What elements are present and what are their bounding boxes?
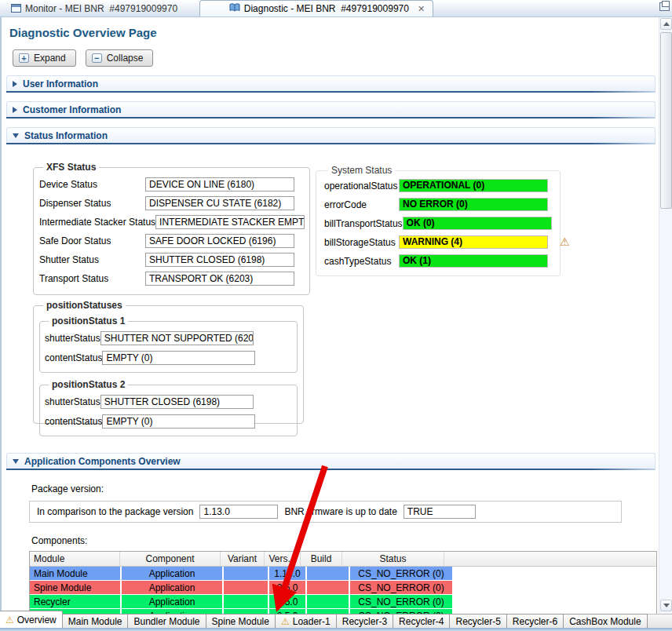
field-label: operationalStatus [324,181,399,191]
tab-recycler-4[interactable]: Recycler-4 [393,614,450,628]
tab-main-module[interactable]: Main Module [62,614,129,628]
section-status-information[interactable]: Status Information [6,127,656,143]
column-header-status[interactable]: Status [342,552,444,566]
position-statuses-legend: positionStatuses [43,300,126,311]
tab-recycler-5[interactable]: Recycler-5 [449,614,506,628]
scrollbar-thumb[interactable] [660,32,672,209]
column-header-build[interactable]: Build [301,552,342,566]
chevron-down-icon [13,459,19,464]
arrow-down-icon [663,604,670,607]
collapse-button[interactable]: − Collapse [86,49,154,67]
tab-label: Loader-1 [293,616,331,627]
system-status-group: System Status operationalStatusOPERATION… [316,165,561,276]
cell-build [307,595,349,608]
cell-version: 2.5.0 [269,595,305,608]
cell-version: 2.5.0 [269,581,305,594]
tab-label: Spine Module [212,616,269,627]
device-status-field[interactable] [145,177,294,191]
tab-diagnostic-label: Diagnostic - MEI BNR #497919009970 [244,3,409,14]
section-divider [6,91,656,93]
shutter-status-field[interactable] [145,253,294,267]
tab-spine-module[interactable]: Spine Module [206,614,276,628]
firmware-uptodate-field[interactable] [404,505,476,519]
intermediate-stacker-status-field[interactable] [155,215,305,229]
cash-type-status-value: OK (1) [399,254,548,268]
table-row[interactable]: Spine Module Application 2.5.0 CS_NO_ERR… [30,581,656,594]
expand-plus-icon: + [19,53,29,63]
field-label: Intermediate Stacker Status [39,217,155,228]
module-tab-bar: ⚠ Overview Main Module Bundler Module Sp… [0,614,672,631]
safe-door-status-field[interactable] [145,234,294,248]
section-application-components[interactable]: Application Components Overview [6,453,656,469]
column-header-component[interactable]: Component [120,552,221,566]
components-table: Module Component Variant Vers... Build S… [29,551,657,614]
diagnostic-book-icon [208,0,240,26]
content-status-field[interactable] [102,351,255,365]
section-components-label: Application Components Overview [24,456,181,467]
cell-filler [454,595,655,608]
expand-button-label: Expand [34,53,66,64]
tab-recycler-3[interactable]: Recycler-3 [336,614,393,628]
tab-loader-1[interactable]: ⚠ Loader-1 [275,614,337,628]
scroll-down-button[interactable] [660,600,672,611]
restore-window-icon[interactable] [659,2,670,11]
toolbar: + Expand − Collapse [13,49,659,67]
transport-status-field[interactable] [145,272,294,286]
status-strip [0,628,672,631]
error-code-value: NO ERROR (0) [399,198,548,211]
expand-button[interactable]: + Expand [13,49,76,67]
vertical-scrollbar[interactable] [659,17,672,614]
section-status-label: Status Information [24,130,108,141]
tab-recycler-6[interactable]: Recycler-6 [506,614,564,628]
field-label: cashTypeStatus [324,256,399,267]
close-tab-icon[interactable]: ✕ [418,5,425,13]
bill-transport-status-value: OK (0) [403,217,552,230]
field-label: Dispenser Status [39,198,145,209]
cell-variant [224,595,268,608]
column-header-variant[interactable]: Variant [221,552,265,566]
collapse-button-label: Collapse [107,53,144,64]
components-table-header: Module Component Variant Vers... Build S… [30,552,656,567]
tab-overview[interactable]: ⚠ Overview [0,611,63,628]
field-label: shutterStatus [45,333,100,344]
shutter-status-field[interactable] [100,395,254,409]
scroll-up-button[interactable] [660,18,672,30]
bill-storage-status-value: WARNING (4) [399,235,548,249]
dispenser-status-field[interactable] [145,196,294,210]
cell-component: Application [122,595,222,608]
compare-label: In comparison to the package version [37,506,193,517]
table-row[interactable]: Recycler Application 2.5.0 CS_NO_ERROR (… [30,595,656,608]
field-label: Transport Status [39,273,145,284]
package-version-field[interactable] [199,505,278,519]
package-version-row: In comparison to the package version BNR… [29,501,622,523]
warning-icon: ⚠ [560,235,570,248]
section-divider [6,469,656,470]
position-status-2-group: positionStatus 2 shutterStatus contentSt… [39,379,298,436]
xfs-status-legend: XFS Status [43,162,99,173]
section-divider [6,117,656,119]
tab-cashbox-module[interactable]: CashBox Module [563,614,647,628]
tab-diagnostic[interactable]: Diagnostic - MEI BNR #497919009970 ✕ [199,0,433,16]
cell-status: CS_NO_ERROR (0) [350,567,452,580]
column-header-version[interactable]: Vers... [265,552,301,566]
cell-status: CS_NO_ERROR (0) [350,581,452,594]
section-customer-information[interactable]: Customer Information [6,101,656,117]
column-header-module[interactable]: Module [30,552,120,566]
field-label: billTransportStatus [324,218,403,229]
shutter-status-field[interactable] [100,331,254,345]
section-user-information[interactable]: User Information [6,75,656,91]
table-row[interactable]: Main Module Application 1.13.0 CS_NO_ERR… [30,567,656,580]
components-heading: Components: [31,535,659,546]
position-statuses-group: positionStatuses positionStatus 1 shutte… [33,300,304,424]
system-status-legend: System Status [328,165,395,176]
editor-tab-bar: Monitor - MEI BNR #497919009970 Diagnost… [0,0,672,17]
tab-monitor-label: Monitor - MEI BNR #497919009970 [25,3,177,14]
tab-monitor[interactable]: Monitor - MEI BNR #497919009970 [3,0,185,16]
field-label: shutterStatus [45,396,100,407]
position-status-2-legend: positionStatus 2 [49,379,128,390]
tab-bundler-module[interactable]: Bundler Module [127,614,206,628]
monitor-view-icon [11,4,21,13]
content-status-field[interactable] [102,414,255,429]
page-title: Diagnostic Overview Page [9,26,659,39]
cell-module: Spine Module [30,581,120,594]
